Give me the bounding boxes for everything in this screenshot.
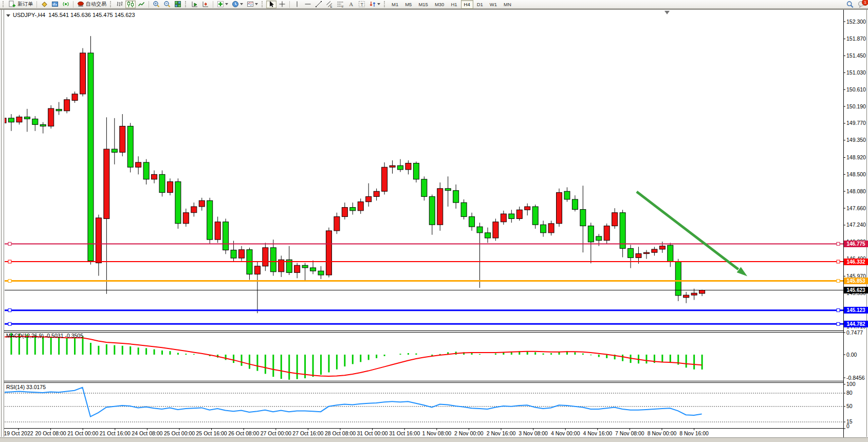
vertical-line-tool-button[interactable] (292, 1, 302, 8)
toolbar-grip[interactable] (110, 1, 113, 7)
candle-body (636, 254, 641, 258)
timeframe-d1[interactable]: D1 (474, 0, 486, 9)
search-icon (846, 1, 854, 8)
price-tick-label: 150.190 (846, 104, 868, 109)
timeframe-mn[interactable]: MN (501, 0, 514, 9)
candle-body (263, 248, 268, 266)
svg-text:T: T (361, 2, 364, 7)
candle-body (318, 271, 324, 275)
templates-button[interactable] (245, 1, 260, 8)
arrows-tool-button[interactable] (367, 1, 382, 8)
separator (149, 1, 149, 8)
line-chart-button[interactable] (136, 1, 146, 8)
equidistant-channel-icon: E (326, 1, 333, 8)
svg-text:E: E (330, 5, 333, 8)
timeframe-m15[interactable]: M15 (415, 0, 431, 9)
candle-body (525, 207, 530, 210)
periods-dropdown-caret[interactable] (240, 3, 243, 5)
bar-chart-icon (116, 1, 123, 8)
bar-chart-button[interactable] (115, 1, 125, 8)
line-chart-icon (138, 1, 145, 8)
cursor-tool-button[interactable] (266, 1, 276, 8)
timeframe-h1[interactable]: H1 (448, 0, 460, 9)
text-label-icon: T (358, 1, 365, 8)
candle-body (80, 53, 86, 94)
new-order-label: 新订单 (17, 1, 33, 8)
candle-body (572, 199, 578, 210)
candle-body (469, 217, 475, 227)
charts-diamond-icon (41, 1, 48, 8)
indicators-add-icon (217, 1, 224, 8)
separator (36, 1, 37, 8)
arrows-dropdown-caret[interactable] (377, 3, 380, 5)
timeframe-m30[interactable]: M30 (432, 0, 447, 9)
candle-body (652, 249, 657, 252)
candle-body (453, 191, 459, 202)
new-order-icon (9, 1, 16, 8)
price-tick-label: 148.080 (846, 189, 868, 194)
indicators-button[interactable] (215, 1, 230, 8)
timeframe-m1[interactable]: M1 (389, 0, 401, 9)
price-tick-label: 147.660 (846, 206, 868, 211)
x-axis-label: 31 Oct 16:00 (389, 430, 420, 436)
fibonacci-icon: F (337, 1, 344, 8)
indicators-dropdown-caret[interactable] (225, 3, 228, 5)
chart-ohlc-values: 145.541 145.636 145.475 145.623 (48, 12, 135, 18)
line-anchor (837, 260, 840, 263)
signals-button[interactable] (61, 1, 71, 8)
timeframe-m5[interactable]: M5 (402, 0, 415, 9)
auto-trading-icon (77, 1, 84, 8)
toolbar-grip[interactable] (384, 1, 386, 7)
x-axis-label: 1 Nov 08:00 (422, 430, 451, 436)
separator (213, 1, 213, 8)
text-label-tool-button[interactable]: T (357, 1, 367, 8)
trendline-tool-button[interactable] (313, 1, 324, 8)
window-frame-right (866, 10, 867, 437)
fibonacci-tool-button[interactable]: F (335, 1, 345, 8)
periods-button[interactable] (230, 1, 245, 8)
charts-button[interactable] (39, 1, 49, 8)
cursor-icon (268, 1, 275, 8)
candlestick-chart-button[interactable] (125, 1, 136, 8)
candle-body (413, 163, 419, 179)
templates-dropdown-caret[interactable] (255, 3, 258, 5)
search-button[interactable] (844, 1, 855, 8)
timeframe-w1[interactable]: W1 (487, 0, 500, 9)
line-price-label: 146.332 (844, 259, 868, 265)
candle-body (612, 213, 618, 226)
horizontal-line-tool-button[interactable] (303, 1, 313, 8)
x-axis-label: 4 Nov 16:00 (583, 430, 612, 436)
candle-body (342, 208, 347, 217)
window-frame-left-inner (4, 10, 4, 437)
chart-canvas[interactable] (0, 0, 868, 442)
candle-body (532, 207, 538, 225)
candle-body (374, 191, 379, 196)
separator (289, 1, 290, 8)
market-watch-button[interactable] (50, 1, 60, 8)
text-tool-button[interactable]: A (346, 1, 356, 8)
chart-title-expand-icon[interactable] (6, 14, 10, 17)
candle-body (588, 226, 594, 242)
new-order-button[interactable]: 新订单 (7, 1, 34, 8)
zoom-in-button[interactable] (151, 1, 161, 8)
toolbar-grip[interactable] (262, 1, 264, 7)
auto-scroll-button[interactable] (190, 1, 200, 8)
candle-body (326, 231, 331, 275)
toolbar-grip[interactable] (185, 1, 188, 7)
candle-body (684, 295, 689, 298)
rsi-axis-label: 80 (846, 390, 868, 396)
candle-body (215, 222, 220, 240)
timeframe-h4[interactable]: H4 (461, 0, 473, 9)
chart-shift-button[interactable] (200, 1, 211, 8)
toolbar-grip[interactable] (3, 1, 5, 7)
price-tick-label: 152.300 (846, 19, 868, 25)
notifications-button[interactable]: 1 (856, 1, 867, 8)
equidistant-channel-tool-button[interactable]: E (324, 1, 335, 8)
clock-icon (232, 1, 239, 8)
auto-trading-button[interactable]: 自动交易 (76, 1, 108, 8)
tile-windows-button[interactable] (173, 1, 183, 8)
crosshair-tool-button[interactable] (277, 1, 287, 8)
price-tick-label: 147.240 (846, 222, 868, 228)
zoom-out-button[interactable] (162, 1, 172, 8)
window-frame-left-outer (1, 10, 2, 437)
